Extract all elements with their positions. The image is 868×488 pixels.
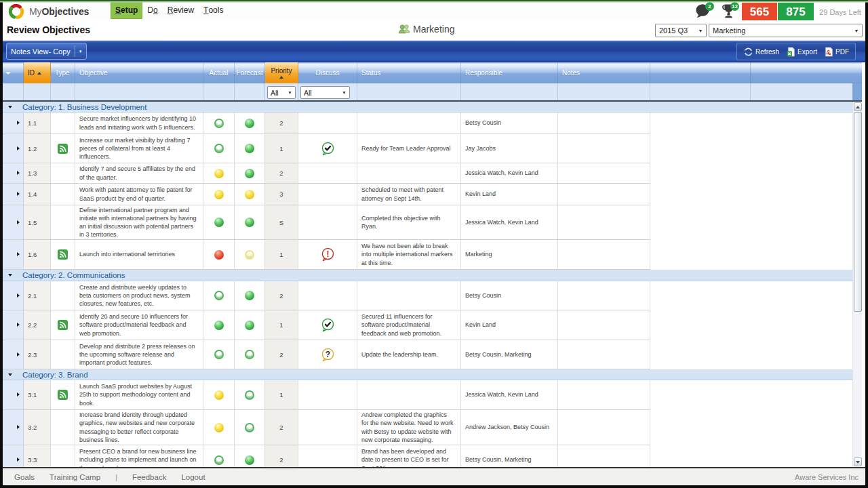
objective-row-1.3[interactable]: 1.3Identify 7 and secure 5 affiliates by… xyxy=(3,163,650,184)
yellow-solid-status-icon xyxy=(214,423,224,432)
objective-row-2.3[interactable]: 2.3Develop and distribute 2 press releas… xyxy=(3,340,650,369)
cell-responsible: Jay Jacobs xyxy=(461,134,558,163)
pdf-button[interactable]: PDF xyxy=(821,47,852,57)
cell-actual xyxy=(203,445,235,467)
header-status[interactable]: Status xyxy=(357,62,461,83)
footer-link-training-camp[interactable]: Training Camp xyxy=(50,473,100,481)
header-spacer[interactable] xyxy=(751,62,856,83)
header-spacer[interactable] xyxy=(650,62,751,83)
filter-cell xyxy=(75,83,203,100)
expand-triangle-icon xyxy=(17,220,20,224)
cell-actual xyxy=(203,134,235,163)
cell-type xyxy=(51,380,75,409)
discuss-filter-select[interactable]: All▼ xyxy=(300,86,350,99)
row-expander[interactable] xyxy=(3,310,24,340)
nav-tab-review[interactable]: Review xyxy=(163,1,199,19)
header-id[interactable]: ID xyxy=(24,62,51,83)
header-responsible[interactable]: Responsible xyxy=(461,62,558,83)
priority-filter-select[interactable]: All▼ xyxy=(267,86,296,99)
nav-tab-setup[interactable]: Setup xyxy=(111,1,142,19)
cell-priority: 2 xyxy=(265,113,298,134)
notes-view-copy-button[interactable]: Notes View- Copy ▼ xyxy=(6,43,87,60)
cell-responsible: Andrew Jackson, Betsy Cousin xyxy=(461,410,558,445)
row-expander[interactable] xyxy=(3,410,24,445)
expand-triangle-icon xyxy=(17,293,20,298)
objective-row-3.1[interactable]: 3.1Launch SaaS product websites by Augus… xyxy=(3,380,650,410)
objective-row-1.2[interactable]: 1.2Increase our market visibilty by draf… xyxy=(3,134,650,163)
footer-link-goals[interactable]: Goals xyxy=(14,473,35,481)
scrollbar-thumb[interactable] xyxy=(854,112,862,312)
expand-triangle-icon xyxy=(17,323,20,327)
category-row[interactable]: Category: 3. Brand xyxy=(3,369,856,380)
footer-link-logout[interactable]: Logout xyxy=(181,473,205,481)
team-select[interactable]: Marketing▼ xyxy=(709,24,863,37)
header-discuss[interactable]: Discuss xyxy=(298,62,357,83)
objective-row-2.1[interactable]: 2.1Create and distribute weekly updates … xyxy=(3,281,650,310)
header-actual[interactable]: Actual xyxy=(203,62,235,83)
header-priority[interactable]: Priority xyxy=(265,62,298,83)
cell-forecast xyxy=(235,281,265,310)
chat-button[interactable]: 2 xyxy=(694,2,714,20)
objective-row-1.4[interactable]: 1.4Work with patent attorney to file pat… xyxy=(3,184,650,205)
row-expander[interactable] xyxy=(3,445,24,467)
cell-priority: 1 xyxy=(265,240,298,269)
cell-id: 1.3 xyxy=(24,163,51,183)
row-expander[interactable] xyxy=(3,380,24,409)
cell-responsible: Betsy Cousin, Marketing xyxy=(461,340,558,369)
cell-notes xyxy=(558,410,650,445)
nav-tab-do[interactable]: Do xyxy=(142,1,162,19)
scroll-up-button[interactable] xyxy=(854,102,862,111)
cell-notes xyxy=(558,113,650,134)
trophy-button[interactable]: 12 xyxy=(719,2,739,20)
header-notes[interactable]: Notes xyxy=(558,62,650,83)
collapse-triangle-icon[interactable] xyxy=(8,106,12,108)
row-expander[interactable] xyxy=(3,240,24,269)
filter-cell xyxy=(751,83,856,100)
logo[interactable]: MyObjectives xyxy=(7,2,89,20)
row-expander[interactable] xyxy=(3,184,24,205)
cell-id: 3.1 xyxy=(24,380,51,409)
row-expander[interactable] xyxy=(3,134,24,163)
header-forecast[interactable]: Forecast xyxy=(235,62,265,83)
vertical-scrollbar[interactable] xyxy=(852,102,862,467)
score-green[interactable]: 875 xyxy=(778,3,814,21)
objective-row-2.2[interactable]: 2.2Identify 20 and secure 10 influencers… xyxy=(3,310,650,340)
cell-responsible: Kevin Land xyxy=(461,184,558,205)
cell-type xyxy=(51,113,75,134)
header-type[interactable]: Type xyxy=(51,62,75,83)
grid-options-button xyxy=(3,62,24,83)
question-bubble-icon: ? xyxy=(320,347,336,363)
cell-forecast xyxy=(235,445,265,467)
objective-row-1.1[interactable]: 1.1Secure market influencers by identify… xyxy=(3,113,650,134)
category-row[interactable]: Category: 1. Business Development xyxy=(3,102,856,113)
footer-link-feedback[interactable]: Feedback xyxy=(132,473,167,481)
window-top-edge xyxy=(0,0,868,3)
quarter-select[interactable]: 2015 Q3▼ xyxy=(655,24,707,37)
collapse-triangle-icon[interactable] xyxy=(8,373,12,376)
expand-triangle-icon xyxy=(17,458,20,462)
row-expander[interactable] xyxy=(3,113,24,134)
row-expander[interactable] xyxy=(3,163,24,183)
objective-row-1.6[interactable]: 1.6Launch into international terrirtorie… xyxy=(3,240,650,270)
category-row[interactable]: Category: 2. Communications xyxy=(3,270,856,281)
category-label: Category: 1. Business Development xyxy=(22,103,146,111)
objective-row-3.2[interactable]: 3.2Increase brand identity through updat… xyxy=(3,410,650,445)
row-expander[interactable] xyxy=(3,340,24,369)
header-objective[interactable]: Objective xyxy=(75,62,203,83)
cell-id: 1.6 xyxy=(24,240,51,269)
export-button[interactable]: Export xyxy=(783,47,821,57)
collapse-triangle-icon[interactable] xyxy=(8,274,12,277)
cell-status: Secured 11 influencers for software prod… xyxy=(357,310,461,340)
objective-row-3.3[interactable]: 3.3Present CEO a brand for new business … xyxy=(3,445,650,467)
row-expander[interactable] xyxy=(3,205,24,239)
cell-type xyxy=(51,410,75,445)
row-expander[interactable] xyxy=(3,281,24,310)
cell-status xyxy=(357,281,461,310)
nav-tab-tools[interactable]: Tools xyxy=(199,1,228,19)
score-red[interactable]: 565 xyxy=(742,3,777,21)
refresh-button[interactable]: Refresh xyxy=(740,47,783,57)
scroll-down-button[interactable] xyxy=(854,458,862,466)
cell-responsible: Betsy Cousin xyxy=(461,281,558,310)
triangle-up-icon xyxy=(856,106,860,108)
objective-row-1.5[interactable]: 1.5Define international partner program … xyxy=(3,205,650,240)
